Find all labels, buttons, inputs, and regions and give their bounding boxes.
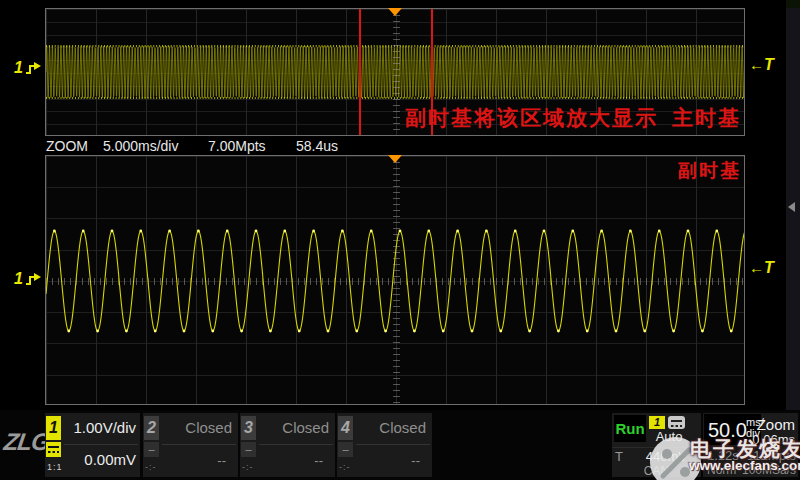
trigger-t-label: T — [615, 449, 623, 464]
main-trigger-position-marker[interactable] — [388, 8, 402, 16]
channel1-level-icon — [24, 271, 42, 287]
status-bar: ZLG® 1 1:1 1.00V/div 0.00mV 2 – -:- Clos… — [0, 410, 800, 480]
trigger-source-badge: 1 — [649, 416, 665, 429]
channel2-badge: 2 — [144, 416, 159, 440]
left-arrow-icon: ← — [749, 259, 764, 276]
channel4-coupling-icon: – — [338, 442, 353, 457]
record-time: 1.12s — [707, 448, 739, 463]
channel4-offset: -- — [411, 453, 420, 468]
zoom-region-annotation: 副时基将该区域放大显示 主时基 — [405, 104, 741, 132]
channel3-coupling-icon: – — [241, 442, 256, 457]
cell-divider — [356, 444, 430, 445]
channel4-badge: 4 — [338, 416, 353, 440]
channel1-status-cell[interactable]: 1 1:1 1.00V/div 0.00mV — [45, 413, 140, 477]
channel1-number: 1 — [14, 59, 23, 77]
cell-divider — [64, 444, 138, 445]
trigger-t-label: T — [764, 56, 774, 73]
run-status[interactable]: Run — [614, 415, 646, 442]
channel2-status-cell[interactable]: 2 – -:- Closed -- — [143, 413, 238, 477]
trigger-mode: Auto — [647, 429, 691, 444]
channel1-scale: 1.00V/div — [73, 419, 136, 436]
zoom-channel1-marker[interactable]: 1 — [14, 270, 42, 288]
run-trigger-cell[interactable]: Run 1 Auto T 440mV CAN — [612, 413, 701, 477]
zoom-timebase: 5.000ms/div — [103, 138, 178, 154]
acquire-mode: Norm — [707, 463, 736, 477]
channel4-status: Closed — [379, 419, 426, 436]
channel4-probe-ratio: -:- — [339, 462, 351, 472]
record-points: 112Mpts — [747, 448, 796, 463]
channel2-coupling-icon: – — [144, 442, 159, 457]
channel1-offset: 0.00mV — [84, 451, 136, 468]
zoom-label: Zoom — [757, 416, 795, 433]
right-menu-strip — [786, 0, 800, 410]
oscilloscope-screen: 副时基将该区域放大显示 主时基 1 ←T ZOOM 5.000ms/div 7.… — [0, 0, 800, 480]
sub-timebase-label: 副时基 — [678, 158, 741, 184]
right-strip-glow — [786, 0, 800, 8]
trigger-type: CAN — [612, 464, 701, 478]
channel2-status: Closed — [185, 419, 232, 436]
channel3-status: Closed — [282, 419, 329, 436]
zoom-waveform-svg — [46, 156, 744, 404]
zoom-title: ZOOM — [46, 138, 88, 154]
main-center-ruler — [393, 9, 400, 135]
channel3-badge: 3 — [241, 416, 256, 440]
zoom-delay: 58.4us — [296, 138, 338, 154]
trigger-coupling-icon — [668, 416, 685, 429]
sample-rate: 100MSa/s — [742, 463, 796, 477]
channel3-probe-ratio: -:- — [242, 462, 254, 472]
main-trigger-level-marker[interactable]: ←T — [749, 56, 774, 74]
channel1-dc-coupling-icon — [46, 442, 61, 457]
zoom-info-bar: ZOOM 5.000ms/div 7.00Mpts 58.4us — [0, 138, 800, 154]
channel1-number: 1 — [14, 270, 23, 288]
cell-divider — [259, 444, 333, 445]
cell-divider — [162, 444, 236, 445]
left-arrow-icon: ← — [749, 56, 764, 73]
menu-collapse-arrow-icon[interactable] — [788, 202, 795, 212]
zoom-region-text: 副时基将该区域放大显示 — [405, 104, 658, 132]
trigger-t-label: T — [764, 259, 774, 276]
zoom-delay-value: 0.06ms — [752, 432, 795, 447]
main-timebase-label: 主时基 — [672, 104, 741, 132]
channel4-status-cell[interactable]: 4 – -:- Closed -- — [337, 413, 432, 477]
channel2-offset: -- — [217, 453, 226, 468]
zoom-trigger-level-marker[interactable]: ←T — [749, 259, 774, 277]
zoom-window-left-edge[interactable] — [359, 9, 361, 135]
sub-timebase-graticule: 副时基 — [45, 155, 745, 405]
channel1-probe-ratio: 1:1 — [47, 462, 63, 472]
main-timebase-value: 50.0 — [708, 419, 747, 442]
channel1-badge: 1 — [46, 416, 61, 440]
main-channel1-marker[interactable]: 1 — [14, 59, 42, 77]
trigger-level-value: 440mV — [646, 449, 687, 464]
zoom-points: 7.00Mpts — [208, 138, 266, 154]
timebase-cell[interactable]: 50.0 ms/ div Zoom 0.06ms 1.12s 112Mpts N… — [703, 413, 798, 477]
cell-divider — [612, 447, 701, 448]
channel2-probe-ratio: -:- — [145, 462, 157, 472]
channel3-offset: -- — [314, 453, 323, 468]
zoom-trigger-position-marker[interactable] — [388, 155, 402, 163]
main-timebase-graticule: 副时基将该区域放大显示 主时基 — [45, 8, 745, 136]
channel1-level-icon — [24, 60, 42, 76]
channel3-status-cell[interactable]: 3 – -:- Closed -- — [240, 413, 335, 477]
